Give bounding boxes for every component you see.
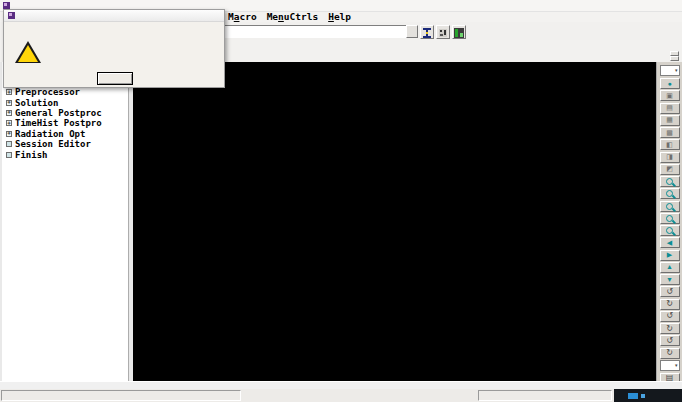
contact-manager-button[interactable]	[452, 25, 466, 39]
rotate-z-minus-icon[interactable]: ↻	[660, 348, 680, 359]
expand-box-icon[interactable]	[6, 152, 12, 158]
zoom-in-icon[interactable]	[660, 213, 680, 224]
contact-manager-icon	[454, 28, 464, 38]
left-view-icon[interactable]: ◧	[660, 139, 680, 150]
menu-item-menuctrls[interactable]: MenuCtrls	[267, 12, 319, 22]
minimize-button[interactable]	[614, 0, 636, 11]
spinner-down-button[interactable]	[670, 56, 679, 61]
gui-raise-icon	[438, 28, 448, 38]
sidebar-item-label: Session Editor	[15, 139, 91, 149]
warning-triangle-icon	[15, 41, 41, 64]
command-history-dropdown[interactable]	[406, 25, 418, 38]
sidebar-item-label: Solution	[15, 98, 58, 108]
warning-triangle-fill	[18, 45, 38, 62]
sidebar-item-label: TimeHist Postpro	[15, 118, 102, 128]
selection-mode-icon	[422, 28, 432, 38]
view-control-toolbar: ▾ ● ▣ ▤ ▦ ▩ ◧ ◨ ◩	[656, 62, 682, 381]
zoom-model-icon[interactable]	[660, 188, 680, 199]
status-bar	[0, 389, 682, 402]
sidebar-item-solution[interactable]: Solution	[6, 97, 102, 107]
dialog-close-button[interactable]	[97, 72, 133, 85]
rotate-x-minus-icon[interactable]: ↻	[660, 299, 680, 310]
model-point-cloud[interactable]	[133, 62, 656, 381]
rotate-x-plus-icon[interactable]: ↺	[660, 286, 680, 297]
expand-box-icon[interactable]	[6, 131, 12, 137]
sidebar-item-radiation-opt[interactable]: Radiation Opt	[6, 129, 102, 139]
rotation-rate-select[interactable]: ▾	[660, 360, 680, 371]
menu-item-macro[interactable]: Macro	[228, 12, 257, 22]
taskbar-icon-dot	[641, 394, 645, 398]
sidebar-item-label: Radiation Opt	[15, 129, 85, 139]
chevron-down-icon: ▾	[675, 66, 678, 75]
back-view-icon[interactable]: ▤	[660, 103, 680, 114]
right-view-icon[interactable]: ◨	[660, 152, 680, 163]
main-area: Preprocessor Solution General Postproc	[0, 62, 682, 381]
ansys-utility-menu-window: Macro MenuCtrls Help	[0, 0, 682, 402]
box-zoom-icon[interactable]	[660, 201, 680, 212]
chevron-down-icon: ▾	[675, 361, 678, 370]
sidebar-item-label: Finish	[15, 150, 48, 160]
top-view-icon[interactable]: ▦	[660, 115, 680, 126]
rotate-z-plus-icon[interactable]: ↺	[660, 335, 680, 346]
pan-left-icon[interactable]: ◀	[660, 237, 680, 248]
warning-dialog	[3, 9, 225, 88]
pan-down-icon[interactable]: ▼	[660, 274, 680, 285]
front-view-icon[interactable]: ▣	[660, 90, 680, 101]
expand-box-icon[interactable]	[6, 100, 12, 106]
status-filler	[478, 390, 612, 401]
window-controls	[614, 0, 680, 11]
dynamic-model-mode-icon[interactable]: ●	[660, 78, 680, 89]
pan-up-icon[interactable]: ▲	[660, 262, 680, 273]
fit-view-icon[interactable]	[660, 176, 680, 187]
graphics-window	[133, 62, 656, 381]
rotate-y-minus-icon[interactable]: ↻	[660, 323, 680, 334]
sidebar-item-general-postproc[interactable]: General Postproc	[6, 108, 102, 118]
pan-right-icon[interactable]: ▶	[660, 250, 680, 261]
rotate-y-plus-icon[interactable]: ↺	[660, 311, 680, 322]
gui-raise-button[interactable]	[436, 25, 450, 39]
expand-box-icon[interactable]	[6, 110, 12, 116]
close-button[interactable]	[658, 0, 680, 11]
maximize-button[interactable]	[636, 0, 658, 11]
expand-box-icon[interactable]	[6, 141, 12, 147]
bottom-view-icon[interactable]: ▩	[660, 127, 680, 138]
isometric-view-icon[interactable]: ◩	[660, 164, 680, 175]
sidebar-item-finish[interactable]: Finish	[6, 149, 102, 159]
plot-datetime	[508, 95, 544, 152]
main-menu-panel: Preprocessor Solution General Postproc	[2, 62, 129, 381]
sidebar-item-timehist-postpro[interactable]: TimeHist Postpro	[6, 118, 102, 128]
taskbar-fragment	[614, 389, 682, 402]
sidebar-item-session-editor[interactable]: Session Editor	[6, 139, 102, 149]
status-prompt	[1, 390, 241, 401]
sidebar-item-preprocessor[interactable]: Preprocessor	[6, 87, 102, 97]
app-icon	[3, 2, 10, 9]
sidebar-item-label: Preprocessor	[15, 87, 80, 97]
selection-mode-button[interactable]	[420, 25, 434, 39]
expand-box-icon[interactable]	[6, 89, 12, 95]
toolbar-spinner	[670, 51, 679, 61]
taskbar-icon	[628, 393, 638, 399]
warning-dialog-titlebar[interactable]	[4, 10, 224, 22]
sidebar-item-label: General Postproc	[15, 108, 102, 118]
menu-item-help[interactable]: Help	[328, 12, 351, 22]
expand-box-icon[interactable]	[6, 120, 12, 126]
zoom-out-icon[interactable]	[660, 225, 680, 236]
dialog-app-icon	[8, 12, 15, 19]
window-number-select[interactable]: ▾	[660, 65, 680, 76]
